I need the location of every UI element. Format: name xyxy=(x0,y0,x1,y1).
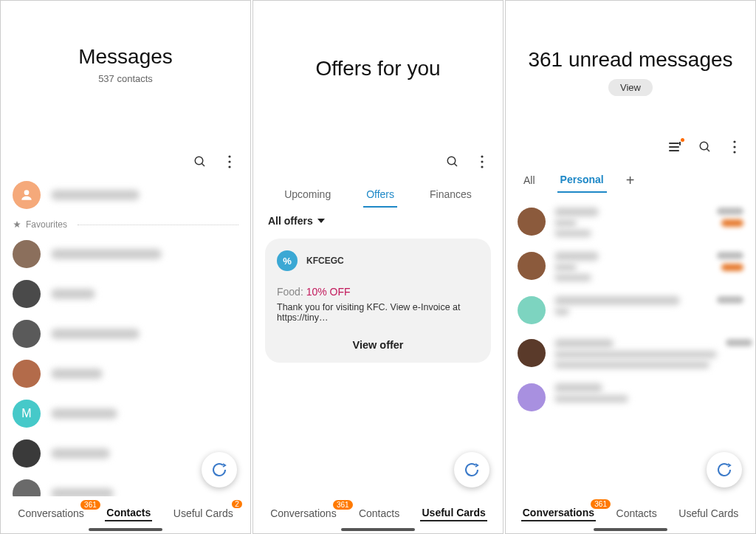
svg-point-4 xyxy=(228,165,230,168)
contacts-list[interactable]: Favourites M xyxy=(1,175,250,496)
tab-finances[interactable]: Finances xyxy=(427,182,475,208)
contact-name-blurred xyxy=(51,249,162,259)
contact-row-me[interactable] xyxy=(13,175,238,215)
nav-contacts[interactable]: Contacts xyxy=(105,505,152,521)
compose-icon xyxy=(463,461,481,479)
conversation-preview xyxy=(554,208,708,237)
badge: 361 xyxy=(591,499,611,509)
nav-useful-cards[interactable]: Useful Cards xyxy=(420,505,487,521)
bottom-nav: Conversations361 Contacts Useful Cards xyxy=(253,496,503,533)
search-icon[interactable] xyxy=(698,140,712,154)
bottom-nav: Conversations361 Contacts Useful Cards xyxy=(506,496,755,533)
more-icon[interactable] xyxy=(475,154,489,169)
nav-contacts[interactable]: Contacts xyxy=(357,506,401,521)
nav-conversations[interactable]: Conversations361 xyxy=(16,506,86,521)
home-indicator xyxy=(341,528,415,531)
nav-useful-cards[interactable]: Useful Cards2 xyxy=(172,506,235,521)
offers-filter-dropdown[interactable]: All offers xyxy=(265,208,491,234)
avatar xyxy=(13,280,41,308)
badge: 361 xyxy=(333,500,353,510)
dropdown-label: All offers xyxy=(268,215,313,227)
offer-card[interactable]: % KFCEGC Food: 10% OFF Thank you for vis… xyxy=(265,239,491,363)
nav-conversations[interactable]: Conversations361 xyxy=(521,505,596,521)
contact-row[interactable] xyxy=(13,314,238,354)
more-icon[interactable] xyxy=(727,140,742,154)
star-icon xyxy=(13,220,21,229)
search-icon[interactable] xyxy=(445,154,460,169)
conversation-preview xyxy=(554,252,708,281)
chevron-down-icon xyxy=(317,219,325,223)
svg-line-1 xyxy=(202,163,205,166)
conversation-preview xyxy=(554,296,708,315)
draft-badge xyxy=(721,264,743,271)
conversations-list[interactable]: All Personal + xyxy=(506,160,755,496)
contact-name-blurred xyxy=(51,190,140,200)
svg-point-9 xyxy=(481,160,483,162)
avatar xyxy=(518,252,546,280)
nav-contacts[interactable]: Contacts xyxy=(615,506,659,521)
avatar xyxy=(518,208,546,236)
nav-useful-cards[interactable]: Useful Cards xyxy=(677,506,740,521)
screen-offers: Offers for you Upcoming Offers Finances … xyxy=(252,0,504,534)
offer-header: % KFCEGC xyxy=(277,250,479,271)
contact-name-blurred xyxy=(51,408,117,419)
tab-upcoming[interactable]: Upcoming xyxy=(281,182,334,208)
conversation-row[interactable] xyxy=(518,200,743,244)
avatar xyxy=(518,296,546,324)
svg-point-0 xyxy=(195,157,203,165)
tab-all[interactable]: All xyxy=(520,168,538,192)
compose-fab[interactable] xyxy=(707,452,742,487)
svg-point-3 xyxy=(228,160,230,162)
svg-point-17 xyxy=(733,140,735,143)
date-blurred xyxy=(717,208,743,215)
conversation-row[interactable] xyxy=(518,376,743,419)
toolbar xyxy=(253,148,503,175)
card-tabs: Upcoming Offers Finances xyxy=(253,175,503,208)
tab-personal[interactable]: Personal xyxy=(557,168,607,193)
home-indicator xyxy=(594,528,667,531)
view-button[interactable]: View xyxy=(608,79,653,96)
toolbar xyxy=(1,148,250,175)
filter-tabs: All Personal + xyxy=(518,160,743,200)
svg-point-8 xyxy=(481,155,483,157)
contact-name-blurred xyxy=(51,488,114,496)
header: Messages 537 contacts xyxy=(1,1,250,148)
svg-point-19 xyxy=(733,151,735,153)
contact-row[interactable] xyxy=(13,274,238,314)
search-icon[interactable] xyxy=(193,154,207,169)
conversation-row[interactable] xyxy=(518,332,743,376)
conversation-row[interactable] xyxy=(518,289,743,332)
nav-conversations[interactable]: Conversations361 xyxy=(269,506,338,521)
draft-badge xyxy=(721,219,743,227)
filter-icon[interactable] xyxy=(668,140,683,154)
contact-name-blurred xyxy=(51,289,95,299)
svg-point-6 xyxy=(447,157,456,165)
offer-sender: KFCEGC xyxy=(306,256,344,266)
badge: 2 xyxy=(232,500,242,508)
contact-row[interactable] xyxy=(13,234,238,274)
conversation-row[interactable] xyxy=(518,244,743,289)
avatar xyxy=(13,320,41,348)
page-title: Messages xyxy=(1,45,250,69)
conversation-preview xyxy=(554,383,743,403)
screen-messages-contacts: Messages 537 contacts Favourites M xyxy=(0,0,251,534)
date-blurred xyxy=(717,252,743,259)
tab-offers[interactable]: Offers xyxy=(363,182,397,208)
compose-fab[interactable] xyxy=(454,452,489,487)
svg-line-16 xyxy=(707,148,709,151)
contact-row[interactable]: M xyxy=(13,394,238,434)
bottom-nav: Conversations361 Contacts Useful Cards2 xyxy=(1,496,250,533)
avatar xyxy=(518,383,546,411)
toolbar xyxy=(506,134,755,160)
page-title: Offers for you xyxy=(253,57,503,81)
divider xyxy=(78,225,238,225)
compose-icon xyxy=(715,461,733,479)
avatar xyxy=(13,439,41,468)
compose-fab[interactable] xyxy=(202,452,237,487)
contact-name-blurred xyxy=(51,369,103,379)
more-icon[interactable] xyxy=(222,154,237,169)
svg-point-10 xyxy=(481,165,483,168)
add-filter-button[interactable]: + xyxy=(626,172,635,189)
contact-row[interactable] xyxy=(13,354,238,394)
view-offer-button[interactable]: View offer xyxy=(277,339,479,351)
